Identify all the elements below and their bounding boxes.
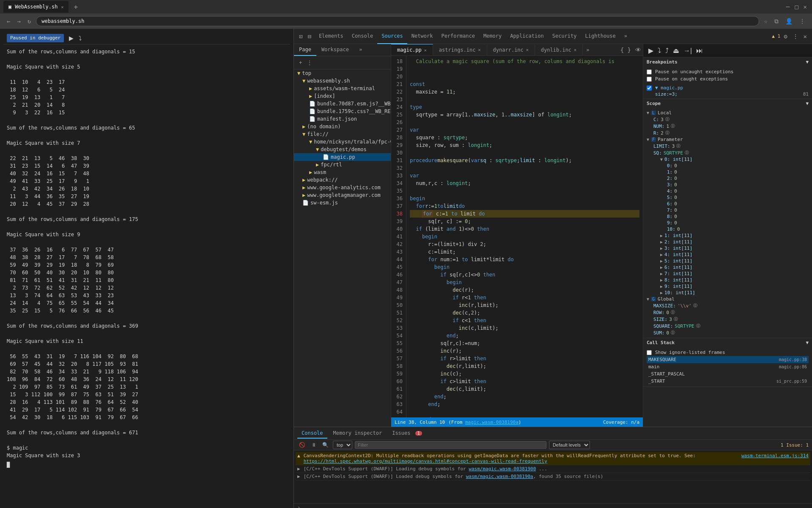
step-over-btn[interactable]: ⤵ [77, 34, 83, 42]
tree-item-webassembly[interactable]: ▼ webassembly.sh [294, 77, 391, 85]
dock-btn2[interactable]: ⊟ [306, 31, 313, 41]
more-tabs[interactable]: » [620, 29, 631, 44]
more-icon[interactable]: ⋮ [305, 58, 314, 67]
scope-sq-2[interactable]: ▶2: int[11] [647, 239, 809, 245]
call-stack-makesquare[interactable]: MAKESQUARE magic.pp:38 [647, 356, 809, 363]
new-snippet-icon[interactable]: + [297, 58, 304, 67]
minimize-btn[interactable]: ─ [785, 2, 791, 12]
tab-security[interactable]: Security [548, 29, 581, 44]
scope-sq-8[interactable]: ▶8: int[11] [647, 277, 809, 283]
tree-item-wasm[interactable]: ▶ wasm [294, 168, 391, 176]
console-context-select[interactable]: top [333, 441, 352, 449]
tab-console[interactable]: Console [348, 29, 378, 44]
scope-sq-5[interactable]: ▶5: int[11] [647, 258, 809, 264]
tree-item-bundle2[interactable]: 📄 bundle.1759c.css?__WB_REVIS [294, 108, 391, 115]
editor-tab-dynarr[interactable]: dynarr.inc ✕ [487, 44, 535, 55]
more-file-tabs[interactable]: » [354, 44, 367, 56]
dont-pause-btn[interactable]: ⏭ [694, 46, 705, 55]
tree-item-webpack[interactable]: ▶ webpack:// [294, 176, 391, 184]
extensions-btn[interactable]: ⧉ [773, 16, 780, 27]
editor-tab-magic[interactable]: magic.pp ✕ [391, 44, 433, 55]
tab-network[interactable]: Network [407, 29, 437, 44]
tab-sources[interactable]: Sources [377, 29, 407, 44]
breakpoints-header[interactable]: Breakpoints ▼ [643, 58, 812, 66]
tree-item-fpcrtl[interactable]: ▶ fpc/rtl [294, 161, 391, 168]
tree-item-analytics[interactable]: ▶ www.google-analytics.com [294, 184, 391, 191]
pause-caught-checkbox[interactable] [647, 77, 652, 82]
call-stack-start[interactable]: _START si_prc.pp:59 [647, 378, 809, 385]
code-content[interactable]: Calculate a magic square (sum of the row… [406, 56, 643, 417]
editor-tab-astrings[interactable]: astrings.inc ✕ [433, 44, 487, 55]
scope-sq-9[interactable]: ▶9: int[11] [647, 283, 809, 290]
page-tab[interactable]: Page [294, 44, 316, 56]
warning-count[interactable]: ▲ 1 [772, 33, 780, 39]
refresh-btn[interactable]: ↻ [26, 16, 33, 26]
wasm-link-2[interactable]: wasm/magic.wasm-0038190a [466, 474, 533, 479]
call-stack-main[interactable]: main magic.pp:86 [647, 363, 809, 370]
scope-sq-4[interactable]: ▶4: int[11] [647, 251, 809, 258]
step-over-btn2[interactable]: ⤵ [656, 46, 663, 55]
tree-item-sw[interactable]: 📄 sw-esm.js [294, 199, 391, 207]
format-btn[interactable]: { } [618, 45, 634, 55]
tab-close[interactable]: ✕ [61, 5, 63, 9]
console-input[interactable] [303, 505, 809, 508]
tree-item-home[interactable]: ▼ home/nickysn/tralala/fpc-was [294, 138, 391, 146]
breakpoint-checkbox[interactable] [647, 86, 652, 91]
address-bar[interactable]: webassembly.sh [36, 16, 759, 26]
clear-console-btn[interactable]: 🚫 [297, 441, 307, 449]
deactivate-btn[interactable]: →| [682, 46, 694, 55]
tab-lighthouse[interactable]: Lighthouse [581, 29, 620, 44]
dock-btn[interactable]: ⊡ [297, 31, 304, 41]
scope-sq-1[interactable]: ▶1: int[11] [647, 232, 809, 239]
tree-item-nodomain[interactable]: ▶ (no domain) [294, 123, 391, 130]
wasm-terminal-link[interactable]: wasm-terminal.esm.js:314 [741, 453, 809, 464]
tree-item-bundle1[interactable]: 📄 bundle.70d87.esm.js?__WB_R [294, 100, 391, 108]
tree-item-file[interactable]: ▼ file:// [294, 130, 391, 138]
tab-performance[interactable]: Performance [437, 29, 479, 44]
tree-item-gtm[interactable]: ▶ www.googletagmanager.com [294, 191, 391, 199]
scope-global-header[interactable]: ▼ G Global [647, 296, 809, 302]
scope-sq-6[interactable]: ▶6: int[11] [647, 264, 809, 271]
menu-btn[interactable]: ⋮ [798, 16, 807, 26]
new-tab-button[interactable]: + [70, 3, 81, 11]
tree-item-assets[interactable]: ▶ assets/wasm-terminal [294, 85, 391, 92]
pause-uncaught-checkbox[interactable] [647, 69, 652, 75]
console-tab-console[interactable]: Console [297, 428, 327, 439]
workspace-tab[interactable]: Workspace [316, 44, 354, 56]
pretty-print-btn[interactable]: 👁 [634, 45, 643, 55]
resume-execution-btn[interactable]: ▶ [647, 46, 655, 55]
scope-local-header[interactable]: ▼ L Local [647, 110, 809, 116]
tab-elements[interactable]: Elements [315, 29, 348, 44]
step-out-btn[interactable]: ⏏ [671, 46, 681, 55]
scope-param-header[interactable]: ▼ F Parameter [647, 136, 809, 143]
more-options[interactable]: ⋮ [791, 31, 800, 41]
wasm-link-1[interactable]: wasm/magic.wasm-00381900 [469, 466, 536, 472]
console-tab-memory[interactable]: Memory inspector [329, 428, 387, 439]
call-stack-startpascal[interactable]: _START_PASCAL [647, 370, 809, 378]
more-editor-tabs[interactable]: » [583, 44, 593, 55]
tree-item-magic[interactable]: 📄 magic.pp [294, 153, 391, 161]
ignore-listed-checkbox[interactable] [647, 350, 652, 355]
forward-btn[interactable]: → [15, 16, 22, 26]
canvas-link[interactable]: https://html.spec.whatwg.org/multiimage/… [304, 458, 547, 464]
tree-item-manifest[interactable]: 📄 manifest.json [294, 115, 391, 123]
back-btn[interactable]: ← [5, 16, 12, 26]
scope-sq-7[interactable]: ▶7: int[11] [647, 271, 809, 277]
console-tab-issues[interactable]: Issues 1 [388, 428, 426, 439]
console-pause-btn[interactable]: ⏸ [310, 441, 318, 449]
active-tab[interactable]: ▣ WebAssembly.sh ✕ [3, 1, 69, 13]
scope-sq-3[interactable]: ▶3: int[11] [647, 245, 809, 251]
console-level-select[interactable]: Default levels [549, 441, 590, 449]
close-devtools[interactable]: ✕ [802, 31, 809, 41]
console-filter-input[interactable] [355, 441, 546, 449]
step-into-btn[interactable]: ⤴ [664, 46, 670, 55]
scope-sq-0[interactable]: ▼ 0: int[11] [647, 156, 809, 163]
tab-memory[interactable]: Memory [479, 29, 506, 44]
scope-sq-10[interactable]: ▶10: int[11] [647, 290, 809, 296]
bookmark-btn[interactable]: ☆ [763, 16, 769, 26]
profile-btn[interactable]: 👤 [784, 16, 794, 26]
tree-item-index[interactable]: ▶ [index] [294, 92, 391, 100]
editor-tab-dynlib[interactable]: dynlib.inc ✕ [535, 44, 583, 55]
tree-item-debugtest[interactable]: ▼ debugtest/demos [294, 146, 391, 153]
scope-header[interactable]: Scope ▼ [643, 99, 812, 108]
